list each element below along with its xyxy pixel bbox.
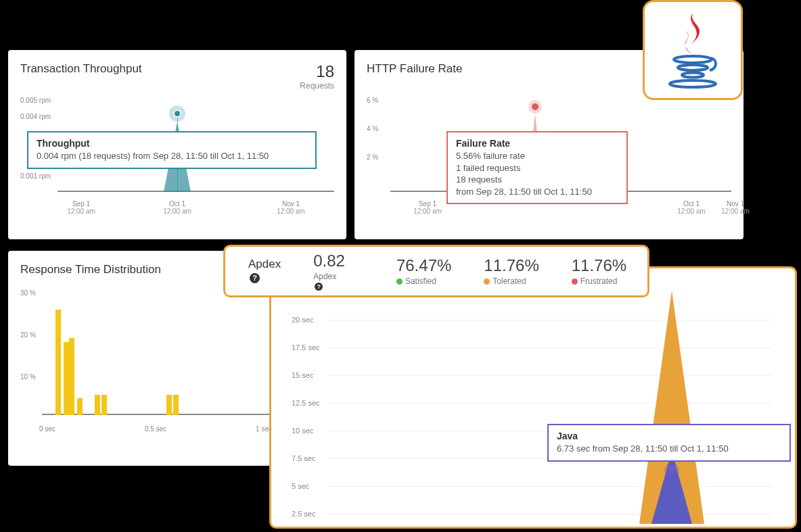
bar[interactable] bbox=[95, 395, 100, 415]
satisfied-value: 76.47% bbox=[396, 256, 451, 275]
throughput-card: Transaction Throughput 18 Requests 0.005… bbox=[8, 50, 346, 239]
throughput-value: 18 bbox=[300, 62, 334, 81]
bar[interactable] bbox=[173, 395, 179, 415]
apdex-panel: Apdex ? 0.82 Apdex ? 76.47% Satisfied 11… bbox=[223, 245, 649, 297]
java-peak-inner bbox=[651, 451, 692, 524]
data-point[interactable] bbox=[668, 466, 676, 474]
java-logo-badge bbox=[643, 0, 743, 100]
gridline bbox=[328, 375, 772, 376]
x-tick: Oct 1 bbox=[169, 200, 185, 208]
x-tick: 0.5 sec bbox=[145, 425, 166, 433]
gridline bbox=[328, 403, 772, 404]
y-tick: 20 sec bbox=[292, 316, 313, 324]
y-tick: 12.5 sec bbox=[292, 399, 320, 407]
tolerated-value: 11.76% bbox=[484, 256, 539, 275]
failure-chart[interactable]: 6 % 4 % 2 % Sep 112:00 am Oct 112:00 am … bbox=[367, 100, 731, 215]
data-point[interactable] bbox=[173, 110, 181, 118]
apdex-score: 0.82 bbox=[313, 251, 345, 270]
axis-line bbox=[58, 191, 334, 192]
svg-point-0 bbox=[674, 56, 712, 63]
throughput-tooltip: Throughput 0.004 rpm (18 requests) from … bbox=[27, 131, 317, 169]
svg-point-3 bbox=[670, 80, 716, 87]
x-tick: 0 sec bbox=[39, 425, 55, 433]
gridline bbox=[328, 514, 772, 514]
frustrated-value: 11.76% bbox=[572, 256, 626, 275]
gridline bbox=[328, 347, 772, 348]
gridline bbox=[328, 320, 772, 320]
gridline bbox=[328, 486, 772, 487]
bar[interactable] bbox=[69, 338, 74, 415]
help-icon[interactable]: ? bbox=[315, 283, 323, 291]
failure-tooltip: Failure Rate 5.56% failure rate 1 failed… bbox=[447, 131, 628, 204]
y-tick: 0.004 rpm bbox=[20, 113, 51, 120]
throughput-label: Requests bbox=[300, 81, 334, 91]
throughput-title: Transaction Throughput bbox=[20, 62, 142, 76]
apdex-title: Apdex bbox=[248, 258, 281, 270]
y-tick: 2 % bbox=[367, 153, 378, 161]
bar[interactable] bbox=[166, 395, 172, 415]
data-point[interactable] bbox=[532, 103, 539, 110]
response-dist-title: Response Time Distribution bbox=[20, 263, 161, 276]
y-tick: 10 % bbox=[20, 373, 36, 381]
y-tick: 30 % bbox=[20, 289, 36, 297]
help-icon[interactable]: ? bbox=[250, 273, 260, 283]
y-tick: 5 sec bbox=[292, 482, 309, 490]
x-tick: Sep 1 bbox=[72, 200, 90, 208]
java-tooltip: Java 6.73 sec from Sep 28, 11:50 till Oc… bbox=[547, 424, 791, 462]
y-tick: 20 % bbox=[20, 331, 36, 339]
status-dot-orange bbox=[484, 279, 490, 285]
failure-title: HTTP Failure Rate bbox=[367, 62, 462, 76]
y-tick: 10 sec bbox=[292, 427, 313, 435]
y-tick: 15 sec bbox=[292, 371, 313, 379]
svg-point-1 bbox=[678, 65, 708, 70]
bar[interactable] bbox=[64, 342, 69, 415]
x-tick: Sep 1 bbox=[419, 200, 436, 208]
y-tick: 17.5 sec bbox=[292, 343, 320, 352]
java-panel[interactable]: 20 sec 17.5 sec 15 sec 12.5 sec 10 sec 7… bbox=[269, 266, 797, 529]
y-tick: 6 % bbox=[367, 97, 378, 104]
bar[interactable] bbox=[77, 398, 83, 415]
bar[interactable] bbox=[101, 395, 107, 415]
bar[interactable] bbox=[55, 310, 61, 415]
x-tick: Oct 1 bbox=[683, 200, 700, 208]
x-tick: Nov 1 bbox=[282, 200, 300, 208]
x-tick: Nov 1 bbox=[727, 200, 744, 208]
status-dot-red bbox=[572, 279, 578, 285]
y-tick: 0.005 rpm bbox=[20, 97, 51, 104]
svg-point-2 bbox=[682, 73, 704, 78]
throughput-chart[interactable]: 0.005 rpm 0.004 rpm 0.001 rpm Sep 112:00… bbox=[20, 100, 334, 215]
status-dot-green bbox=[396, 279, 403, 285]
java-logo-icon bbox=[662, 9, 723, 91]
y-tick: 7.5 sec bbox=[292, 454, 315, 462]
y-tick: 2.5 sec bbox=[292, 510, 315, 518]
y-tick: 0.001 rpm bbox=[20, 172, 51, 180]
y-tick: 4 % bbox=[367, 125, 378, 132]
